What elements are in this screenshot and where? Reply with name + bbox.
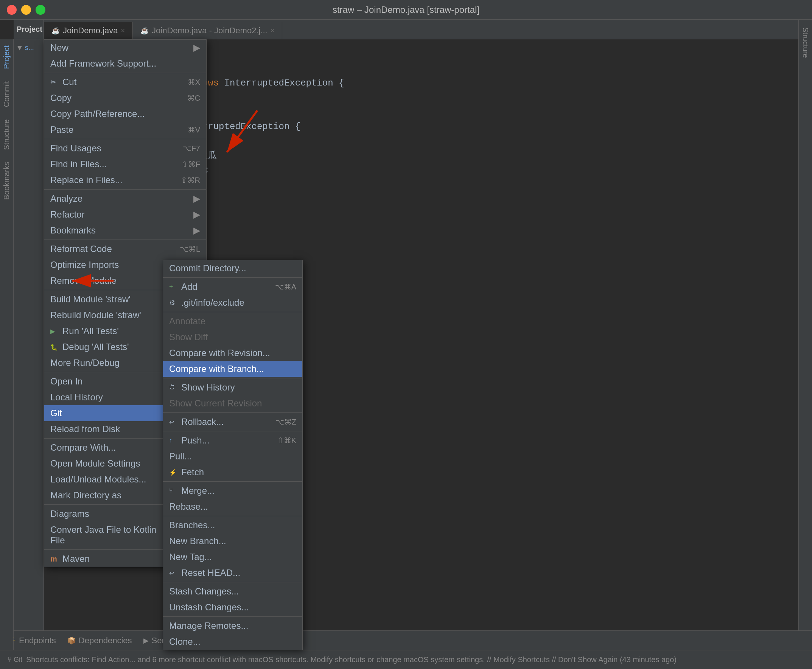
git-divider-1	[163, 277, 302, 278]
git-reset-head[interactable]: ↩ Reset HEAD...	[163, 565, 302, 581]
tab-close-icon[interactable]: ×	[121, 27, 125, 35]
git-unstash[interactable]: Unstash Changes...	[163, 599, 302, 615]
git-rebase[interactable]: Rebase...	[163, 499, 302, 514]
project-title: Project	[17, 25, 42, 34]
git-show-history[interactable]: ⏱ Show History	[163, 380, 302, 395]
git-branches[interactable]: Branches...	[163, 517, 302, 533]
sidebar-item-structure[interactable]: Structure	[1, 113, 12, 156]
menu-bookmarks[interactable]: Bookmarks ▶	[44, 222, 206, 239]
tab-endpoints[interactable]: ⚡ Endpoints	[8, 636, 56, 645]
tab-joindemo[interactable]: ☕ JoinDemo.java ×	[44, 22, 133, 39]
fetch-icon: ⚡	[169, 469, 177, 476]
menu-new[interactable]: New ▶	[44, 40, 206, 55]
git-submenu: Commit Directory... + Add ⌥⌘A ⚙ .git/inf…	[163, 260, 303, 650]
menu-copy-path[interactable]: Copy Path/Reference...	[44, 106, 206, 122]
java-icon: ☕	[52, 27, 60, 35]
tab-label: JoinDemo.java	[63, 26, 118, 35]
git-fetch[interactable]: ⚡ Fetch	[163, 464, 302, 480]
git-divider-4	[163, 412, 302, 413]
git-divider-7	[163, 516, 302, 516]
tab-joindemo2[interactable]: ☕ JoinDemo.java - JoinDemo2.j... ×	[133, 22, 282, 39]
project-header: Project ▼	[13, 20, 44, 39]
sidebar-item-commit[interactable]: Commit	[1, 75, 12, 113]
right-sidebar: Structure	[799, 20, 812, 630]
titlebar: straw – JoinDemo.java [straw-portal]	[0, 0, 812, 20]
status-text: Shortcuts conflicts: Find Action... and …	[26, 656, 677, 664]
menu-divider-1	[44, 73, 206, 73]
arrow-right-icon: ▶	[193, 42, 200, 53]
plus-icon: +	[169, 283, 177, 291]
maven-icon: m	[50, 555, 59, 563]
git-add[interactable]: + Add ⌥⌘A	[163, 279, 302, 295]
services-icon: ▶	[143, 637, 149, 645]
bottom-tabs: ⚡ Endpoints 📦 Dependencies ▶ Services 🌿 …	[0, 630, 812, 650]
git-divider-2	[163, 312, 302, 312]
tree-item-straw[interactable]: ▼ s...	[16, 42, 41, 53]
project-panel: Project ▼ ▼ s...	[13, 20, 44, 630]
left-sidebar: Project Commit Structure Bookmarks	[0, 39, 13, 650]
git-show-current-revision[interactable]: Show Current Revision	[163, 395, 302, 411]
reset-icon: ↩	[169, 570, 177, 577]
merge-icon: ⑂	[169, 487, 177, 494]
close-button[interactable]	[7, 5, 17, 15]
menu-refactor[interactable]: Refactor ▶	[44, 207, 206, 222]
git-new-tag[interactable]: New Tag...	[163, 549, 302, 565]
git-pull[interactable]: Pull...	[163, 449, 302, 464]
git-compare-revision[interactable]: Compare with Revision...	[163, 345, 302, 361]
tab-label-2: JoinDemo.java - JoinDemo2.j...	[152, 26, 267, 35]
git-manage-remotes[interactable]: Manage Remotes...	[163, 618, 302, 634]
menu-find-usages[interactable]: Find Usages ⌥F7	[44, 140, 206, 156]
status-bar: ⑂ Git Shortcuts conflicts: Find Action..…	[0, 650, 812, 669]
push-icon: ↑	[169, 437, 177, 444]
sidebar-item-project[interactable]: Project	[1, 39, 12, 75]
project-tree-root[interactable]: ▼ s...	[13, 39, 44, 56]
git-icon: ⚙	[169, 299, 177, 307]
tab-dependencies[interactable]: 📦 Dependencies	[67, 636, 132, 645]
window-controls	[7, 5, 45, 15]
git-commit-directory[interactable]: Commit Directory...	[163, 261, 302, 276]
menu-find-in-files[interactable]: Find in Files... ⇧⌘F	[44, 156, 206, 172]
git-stash[interactable]: Stash Changes...	[163, 583, 302, 599]
sidebar-item-bookmarks[interactable]: Bookmarks	[1, 156, 12, 206]
java-icon-2: ☕	[140, 27, 149, 35]
menu-add-framework[interactable]: Add Framework Support...	[44, 55, 206, 72]
arrow-right-icon-4: ▶	[193, 225, 200, 236]
tab-close-icon-2[interactable]: ×	[271, 27, 275, 35]
git-icon-status: ⑂ Git	[8, 656, 22, 664]
git-divider-8	[163, 582, 302, 582]
history-icon: ⏱	[169, 384, 177, 391]
git-divider-6	[163, 481, 302, 482]
maximize-button[interactable]	[35, 5, 45, 15]
git-clone[interactable]: Clone...	[163, 634, 302, 650]
run-icon: ▶	[50, 328, 59, 335]
git-rollback[interactable]: ↩ Rollback... ⌥⌘Z	[163, 414, 302, 430]
straw-label: s...	[25, 44, 34, 52]
git-compare-branch[interactable]: Compare with Branch...	[163, 361, 302, 377]
menu-divider-4	[44, 240, 206, 240]
git-show-diff[interactable]: Show Diff	[163, 329, 302, 345]
git-annotate[interactable]: Annotate	[163, 313, 302, 329]
chevron-right-icon: ▼	[16, 44, 24, 52]
menu-cut[interactable]: ✂ Cut ⌘X	[44, 74, 206, 90]
minimize-button[interactable]	[21, 5, 31, 15]
git-exclude[interactable]: ⚙ .git/info/exclude	[163, 295, 302, 311]
menu-copy[interactable]: Copy ⌘C	[44, 90, 206, 106]
editor-tabs: ☕ JoinDemo.java × ☕ JoinDemo.java - Join…	[44, 20, 799, 39]
git-new-branch[interactable]: New Branch...	[163, 533, 302, 549]
git-push[interactable]: ↑ Push... ⇧⌘K	[163, 432, 302, 449]
menu-reformat[interactable]: Reformat Code ⌥⌘L	[44, 241, 206, 257]
menu-analyze[interactable]: Analyze ▶	[44, 191, 206, 207]
git-divider-5	[163, 431, 302, 431]
arrow-right-icon-3: ▶	[193, 209, 200, 220]
rollback-icon: ↩	[169, 419, 177, 426]
menu-paste[interactable]: Paste ⌘V	[44, 122, 206, 138]
git-merge[interactable]: ⑂ Merge...	[163, 483, 302, 499]
sidebar-right-label[interactable]: Structure	[800, 24, 811, 62]
debug-icon: 🐛	[50, 344, 59, 351]
dependencies-icon: 📦	[67, 637, 76, 645]
cut-icon: ✂	[50, 78, 59, 86]
menu-replace-in-files[interactable]: Replace in Files... ⇧⌘R	[44, 172, 206, 188]
menu-divider-3	[44, 189, 206, 190]
git-divider-3	[163, 378, 302, 378]
window-title: straw – JoinDemo.java [straw-portal]	[333, 5, 479, 15]
